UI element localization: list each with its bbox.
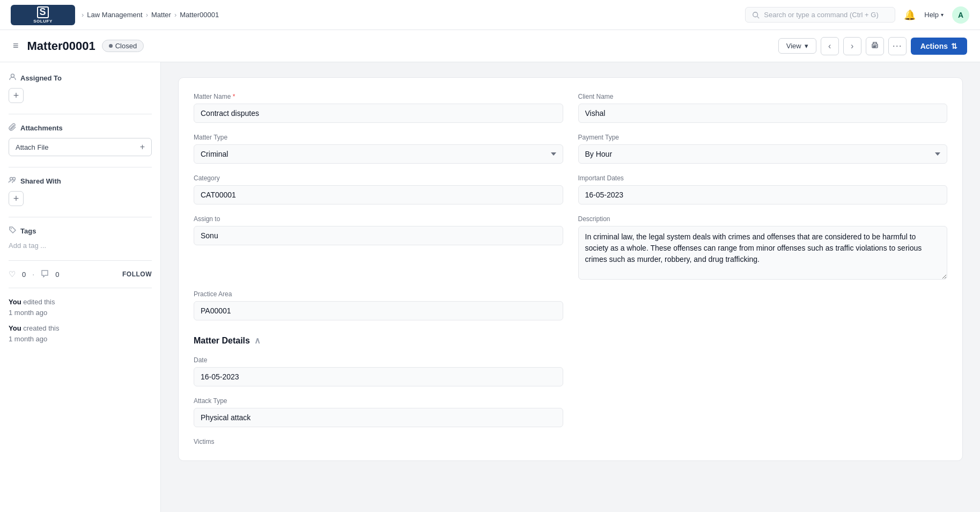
form-card: Matter Name * Client Name Matter Type Cr… bbox=[178, 77, 963, 461]
actions-button[interactable]: Actions ⇅ bbox=[911, 38, 967, 55]
history-entry-0: You edited this 1 month ago bbox=[9, 297, 152, 318]
status-badge: Closed bbox=[102, 40, 144, 52]
logo[interactable]: S SOLUFY bbox=[11, 5, 75, 25]
follow-button[interactable]: FOLLOW bbox=[122, 270, 152, 278]
status-label: Closed bbox=[115, 42, 137, 50]
search-icon bbox=[752, 11, 760, 19]
svg-point-5 bbox=[11, 74, 14, 77]
important-dates-group: Important Dates bbox=[578, 174, 948, 204]
prev-button[interactable]: ‹ bbox=[821, 37, 839, 55]
history-time-1: 1 month ago bbox=[9, 335, 47, 343]
tags-placeholder[interactable]: Add a tag ... bbox=[9, 242, 46, 250]
payment-type-group: Payment Type By Hour bbox=[578, 134, 948, 164]
more-options-icon: ··· bbox=[893, 40, 902, 52]
shared-with-title: Shared With bbox=[9, 176, 152, 186]
practice-area-group: Practice Area bbox=[194, 290, 563, 320]
client-name-label: Client Name bbox=[578, 93, 948, 100]
attach-file-button[interactable]: Attach File + bbox=[9, 138, 152, 156]
view-chevron-icon: ▾ bbox=[805, 42, 808, 50]
attach-file-label: Attach File bbox=[16, 143, 48, 151]
actions-icon: ⇅ bbox=[951, 42, 957, 50]
comment-count: 0 bbox=[55, 270, 59, 279]
breadcrumb-matter[interactable]: Matter bbox=[151, 11, 171, 19]
attack-type-group: Attack Type bbox=[194, 397, 563, 427]
avatar[interactable]: A bbox=[952, 6, 969, 24]
assigned-to-title: Assigned To bbox=[9, 73, 152, 83]
svg-point-0 bbox=[753, 12, 758, 17]
tags-section: Tags Add a tag ... bbox=[9, 226, 152, 250]
matter-name-label: Matter Name * bbox=[194, 93, 563, 100]
dot-separator: · bbox=[32, 270, 34, 279]
payment-type-select[interactable]: By Hour bbox=[578, 144, 948, 164]
client-name-group: Client Name bbox=[578, 93, 948, 123]
next-button[interactable]: › bbox=[843, 37, 861, 55]
divider-1 bbox=[9, 114, 152, 114]
nav-right: Search or type a command (Ctrl + G) 🔔 He… bbox=[745, 6, 969, 24]
like-count: 0 bbox=[22, 270, 26, 279]
more-options-button[interactable]: ··· bbox=[888, 37, 907, 55]
view-label: View bbox=[786, 42, 801, 50]
important-dates-input[interactable] bbox=[578, 185, 948, 204]
search-box[interactable]: Search or type a command (Ctrl + G) bbox=[745, 7, 895, 23]
status-dot-icon bbox=[109, 44, 113, 48]
tags-title: Tags bbox=[9, 226, 152, 236]
assign-to-label: Assign to bbox=[194, 215, 563, 223]
help-label: Help bbox=[924, 11, 939, 19]
tags-icon bbox=[9, 226, 17, 236]
tags-label: Tags bbox=[20, 227, 36, 235]
practice-area-input[interactable] bbox=[194, 301, 563, 320]
print-icon bbox=[871, 41, 879, 52]
assign-to-input[interactable] bbox=[194, 226, 563, 245]
matter-details-label: Matter Details bbox=[194, 336, 250, 346]
svg-rect-3 bbox=[873, 46, 876, 46]
date-group: Date bbox=[194, 356, 563, 386]
assigned-to-add-button[interactable]: + bbox=[9, 88, 24, 103]
matter-type-select[interactable]: Criminal bbox=[194, 144, 563, 164]
description-label: Description bbox=[578, 215, 948, 223]
divider-5 bbox=[9, 288, 152, 288]
shared-with-label: Shared With bbox=[20, 177, 61, 185]
category-input[interactable] bbox=[194, 185, 563, 204]
notification-bell-icon[interactable]: 🔔 bbox=[904, 9, 916, 21]
page-title: Matter00001 bbox=[27, 39, 95, 53]
history-actor-0: You bbox=[9, 298, 21, 306]
breadcrumb-matter-id[interactable]: Matter00001 bbox=[180, 11, 219, 19]
print-button[interactable] bbox=[866, 37, 884, 55]
victims-group: Victims bbox=[194, 438, 563, 445]
logo-s: S bbox=[37, 6, 49, 18]
description-textarea[interactable]: In criminal law, the legal system deals … bbox=[578, 226, 948, 280]
matter-name-input[interactable] bbox=[194, 104, 563, 123]
breadcrumb-law-management[interactable]: Law Management bbox=[87, 11, 142, 19]
sidebar: Assigned To + Attachments Attach File + bbox=[0, 62, 161, 512]
breadcrumb-sep-1: › bbox=[146, 11, 148, 19]
client-name-input[interactable] bbox=[578, 104, 948, 123]
svg-line-1 bbox=[757, 16, 760, 18]
logo-text: SOLUFY bbox=[33, 19, 52, 24]
shared-with-section: Shared With + bbox=[9, 176, 152, 206]
date-input[interactable] bbox=[194, 367, 563, 386]
date-label: Date bbox=[194, 356, 563, 364]
shared-with-add-button[interactable]: + bbox=[9, 191, 24, 206]
view-button[interactable]: View ▾ bbox=[778, 38, 816, 54]
matter-name-group: Matter Name * bbox=[194, 93, 563, 123]
attachments-section: Attachments Attach File + bbox=[9, 123, 152, 156]
assign-to-group: Assign to bbox=[194, 215, 563, 280]
history-time-0: 1 month ago bbox=[9, 309, 47, 317]
comment-icon[interactable] bbox=[41, 269, 49, 279]
practice-area-label: Practice Area bbox=[194, 290, 563, 298]
activity-row: ♡ 0 · 0 FOLLOW bbox=[9, 269, 152, 279]
history-entry-1: You created this 1 month ago bbox=[9, 323, 152, 344]
victims-label: Victims bbox=[194, 438, 563, 445]
history-action-0: edited this bbox=[23, 298, 55, 306]
shared-with-icon bbox=[9, 176, 17, 186]
hamburger-icon[interactable]: ≡ bbox=[13, 40, 19, 52]
attack-type-input[interactable] bbox=[194, 408, 563, 427]
matter-details-chevron-icon[interactable]: ∧ bbox=[254, 335, 261, 346]
help-button[interactable]: Help ▾ bbox=[924, 11, 944, 19]
main-content: Matter Name * Client Name Matter Type Cr… bbox=[161, 62, 980, 512]
important-dates-label: Important Dates bbox=[578, 174, 948, 182]
category-label: Category bbox=[194, 174, 563, 182]
divider-2 bbox=[9, 167, 152, 167]
attack-type-label: Attack Type bbox=[194, 397, 563, 405]
like-icon[interactable]: ♡ bbox=[9, 269, 16, 279]
